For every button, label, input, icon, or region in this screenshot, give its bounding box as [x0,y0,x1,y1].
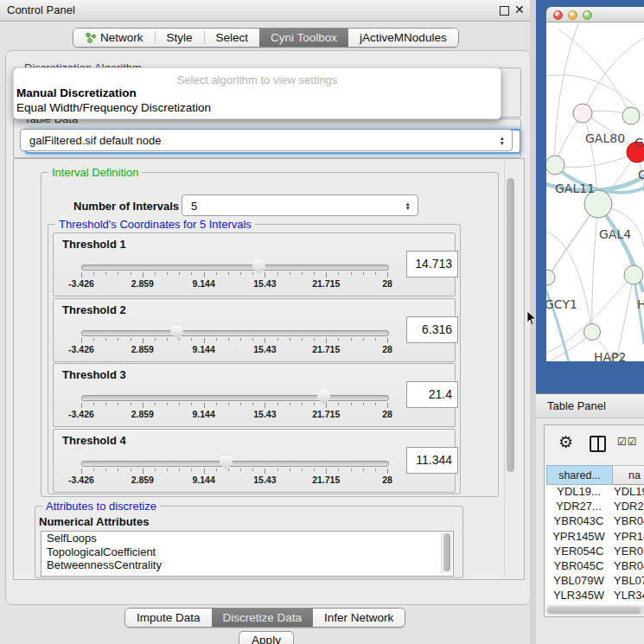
algorithm-popup-item[interactable]: Equal Width/Frequency Discretization [16,101,211,114]
table-row[interactable]: YBR045CYBR04 [546,559,644,574]
tab-jactivemnodules[interactable]: jActiveMNodules [348,29,458,47]
attributes-list-scrollbar[interactable] [441,532,452,573]
top-tab-bar: NetworkStyleSelectCyni ToolboxjActiveMNo… [73,28,459,48]
select-columns-icon[interactable]: ☑☑ [617,436,638,448]
table-row[interactable]: YLR345WYLR34 [546,589,644,603]
attribute-list-item[interactable]: SelfLoops [41,532,453,545]
network-edge[interactable] [616,275,634,361]
minor-tick-mark [338,403,339,405]
gear-icon[interactable]: ⚙ [558,432,573,452]
threshold-value-field[interactable]: 14.713 [406,251,458,277]
settings-scroll-panel: Interval Definition Number of Intervals … [13,158,525,580]
network-edge[interactable] [592,204,598,332]
network-edge-highlighted[interactable] [546,284,569,361]
minor-tick-mark [167,469,168,471]
minor-tick-mark [290,469,290,471]
minor-tick-mark [228,338,229,341]
GAL11-node[interactable] [546,156,564,175]
minor-tick-mark [314,403,315,405]
minor-tick-mark [290,272,290,275]
threshold-value-field[interactable]: 21.4 [406,381,458,408]
threshold-slider-track[interactable] [81,330,389,336]
tab-network[interactable]: Network [73,29,155,47]
numerical-attributes-list[interactable]: SelfLoopsTopologicalCoefficientBetweenne… [41,531,454,577]
threshold-value-field[interactable]: 6.316 [406,316,458,343]
tab-style[interactable]: Style [156,29,204,47]
network-edge[interactable] [558,29,631,116]
column-header-name[interactable]: na [613,465,644,485]
num-intervals-value: 5 [191,199,197,212]
table-row[interactable]: YBR043CYBR04 [546,514,644,529]
tick-label: 21.715 [312,344,340,354]
table-data-combobox[interactable]: galFiltered.sif default node ▲▼ [20,129,513,151]
network-edge[interactable] [583,38,644,113]
num-intervals-label: Number of Intervals [73,200,179,213]
threshold-value-field[interactable]: 11.344 [406,447,458,474]
tab-select[interactable]: Select [205,29,260,47]
column-header-shared-name[interactable]: shared... [546,465,613,485]
minimize-traffic-light-icon[interactable] [568,10,577,20]
tab-cyni-toolbox[interactable]: Cyni Toolbox [259,29,348,47]
attribute-list-item[interactable]: TopologicalCoefficient [41,545,453,559]
table-row[interactable]: YBL079WYBL07 [546,574,644,589]
minor-tick-mark [191,338,192,341]
table-row[interactable]: YPR145WYPR14 [546,530,644,545]
cell-name: YIL05 [611,604,644,605]
top-right-node[interactable] [622,107,640,124]
threshold-label: Threshold 3 [62,368,126,381]
minor-tick-mark [118,469,118,471]
close-traffic-light-icon[interactable] [553,10,563,20]
major-tick-mark [204,469,205,474]
minor-tick-mark [118,403,118,405]
table-body: YDL19...YDL19YDR27...YDR27YBR043CYBR04YP… [546,485,644,604]
minor-tick-mark [93,272,94,275]
minor-tick-mark [216,272,217,275]
network-edge[interactable] [555,152,637,167]
tab-impute-data[interactable]: Impute Data [125,609,212,627]
major-tick-mark [81,469,82,474]
settings-vertical-scrollbar[interactable] [504,161,517,576]
network-edge[interactable] [555,22,579,165]
close-icon[interactable]: ✕ [514,3,525,16]
minor-tick-mark [302,272,303,275]
minor-tick-mark [338,272,339,275]
algorithm-popup-item[interactable]: Manual Discretization [16,86,137,99]
threshold-slider-track[interactable] [81,461,389,467]
minor-tick-mark [155,272,156,275]
tab-discretize-data[interactable]: Discretize Data [212,609,314,627]
apply-button[interactable]: Apply [239,631,294,644]
GAL80-node[interactable] [573,104,592,123]
float-window-icon[interactable] [500,6,509,16]
minor-tick-mark [277,338,278,341]
major-tick-mark [204,272,205,277]
major-tick-mark [326,469,327,474]
control-panel: Control Panel ✕ NetworkStyleSelectCyni T… [0,0,536,644]
minor-tick-mark [375,469,376,471]
zoom-traffic-light-icon[interactable] [583,10,592,20]
threshold-label: Threshold 4 [62,434,126,447]
table-row[interactable]: YIL052CYIL05 [546,604,644,605]
table-row[interactable]: YDL19...YDL19 [546,485,644,500]
attribute-list-item[interactable]: BetweennessCentrality [41,558,453,572]
table-panel-titlebar: Table Panel [536,393,644,418]
table-row[interactable]: YDR27...YDR27 [546,500,644,514]
threshold-slider-track[interactable] [81,395,389,401]
minor-tick-mark [363,469,364,471]
H-node[interactable] [624,265,643,284]
minor-tick-mark [302,469,303,471]
minor-tick-mark [351,469,352,471]
tick-label: 2.859 [131,344,154,354]
slider-tick-labels: -3.4262.8599.14415.4321.71528 [81,409,387,419]
table-row[interactable]: YER054CYER05 [546,545,644,559]
num-intervals-combobox[interactable]: 5 ▲▼ [182,194,418,216]
major-tick-mark [265,469,265,474]
GCY1-node[interactable] [546,270,555,285]
column-layout-icon[interactable] [590,436,606,452]
cell-shared-name: YER054C [546,545,611,559]
minor-tick-mark [155,469,156,471]
table-horizontal-scrollbar[interactable] [546,606,644,615]
HAP2-node[interactable] [584,324,601,341]
tab-infer-network[interactable]: Infer Network [313,609,405,627]
network-canvas[interactable]: GAL80GACGAL11GAL4GCY1HHAP2 [546,22,644,361]
threshold-slider-track[interactable] [81,265,389,271]
